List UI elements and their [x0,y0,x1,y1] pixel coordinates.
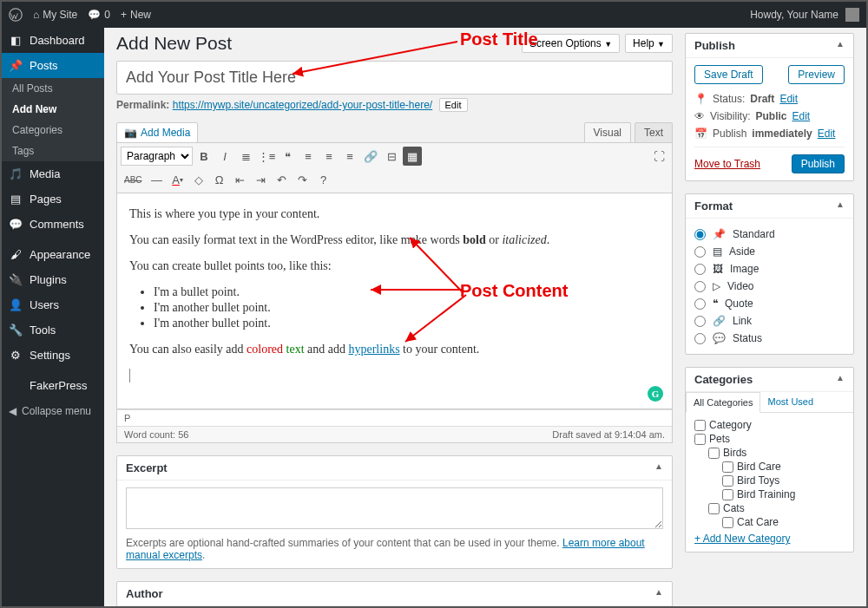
menu-tools[interactable]: 🔧Tools [2,317,104,343]
indent-icon[interactable]: ⇥ [252,170,271,189]
edit-schedule[interactable]: Edit [818,127,836,140]
excerpt-toggle[interactable]: Excerpt▲ [117,456,672,481]
visual-tab[interactable]: Visual [584,122,631,143]
aside-icon: ▤ [713,245,722,258]
specialchar-icon[interactable]: Ω [210,170,229,189]
content-editor[interactable]: This is where you type in your content. … [116,193,673,409]
text-tab[interactable]: Text [635,122,673,143]
grammarly-icon[interactable]: G [648,386,663,402]
redo-icon[interactable]: ↷ [293,170,312,189]
comment-icon: 💬 [9,218,23,231]
menu-media[interactable]: 🎵Media [2,161,104,186]
align-center-icon[interactable]: ≡ [319,147,339,166]
comment-icon: 💬 [88,9,101,21]
category-item[interactable]: Bird Training [722,487,845,501]
bullet3: I'm another bullet point. [154,317,660,330]
publish-heading[interactable]: Publish▲ [686,34,853,58]
menu-dashboard[interactable]: ◧Dashboard [2,28,104,53]
bold-icon[interactable]: B [194,147,214,166]
excerpt-input[interactable] [126,487,663,529]
permalink-edit-button[interactable]: Edit [439,98,468,112]
trash-link[interactable]: Move to Trash [694,158,760,170]
chevron-up-icon: ▲ [836,39,845,52]
submenu-tags[interactable]: Tags [2,141,104,161]
align-right-icon[interactable]: ≡ [340,147,359,166]
category-item[interactable]: Bird Toys [722,474,845,487]
new-link[interactable]: +New [121,9,151,21]
menu-settings[interactable]: ⚙Settings [2,343,104,368]
cat-tab-most[interactable]: Most Used [760,392,820,412]
site-link[interactable]: ⌂My Site [33,9,77,21]
more-icon[interactable]: ⊟ [382,147,401,166]
key-icon: 📍 [694,93,707,105]
category-item[interactable]: Cat Care [722,515,845,529]
format-link[interactable] [694,316,706,327]
undo-icon[interactable]: ↶ [273,170,292,189]
menu-comments[interactable]: 💬Comments [2,212,104,237]
bullet1: I'm a bullet point. [154,285,660,299]
category-item[interactable]: Birds [708,446,845,460]
help-icon[interactable]: ? [314,170,333,189]
format-heading[interactable]: Format▲ [686,194,853,219]
permalink-url[interactable]: https://mywp.site/uncategorized/add-your… [173,99,432,111]
publish-button[interactable]: Publish [792,154,845,173]
category-item[interactable]: Pets [694,432,845,446]
screen-options-button[interactable]: Screen Options ▼ [522,34,620,53]
menu-pages[interactable]: ▤Pages [2,186,104,212]
clear-icon[interactable]: ◇ [189,170,208,189]
preview-button[interactable]: Preview [788,65,845,84]
comments-link[interactable]: 💬0 [88,9,110,21]
menu-plugins[interactable]: 🔌Plugins [2,267,104,292]
fullscreen-icon[interactable]: ⛶ [649,147,668,166]
format-standard[interactable] [694,229,706,240]
wp-logo-icon[interactable] [9,8,23,22]
hr-icon[interactable]: — [148,170,167,189]
brush-icon: 🖌 [9,248,23,261]
cat-tab-all[interactable]: All Categories [686,392,760,413]
submenu-add-new[interactable]: Add New [2,99,104,120]
add-category-link[interactable]: + Add New Category [694,533,790,545]
add-media-button[interactable]: 📷Add Media [116,122,198,143]
outdent-icon[interactable]: ⇤ [231,170,250,189]
line2: You can easily format text in the WordPr… [129,233,660,247]
align-left-icon[interactable]: ≡ [299,147,318,166]
link-icon[interactable]: 🔗 [361,147,380,166]
edit-visibility[interactable]: Edit [792,110,810,122]
italic-icon[interactable]: I [215,147,234,166]
edit-status[interactable]: Edit [779,93,798,105]
post-title-input[interactable] [116,61,673,95]
bullet-list-icon[interactable]: ≣ [236,147,255,166]
media-icon: 🎵 [9,167,23,180]
format-status[interactable] [694,333,706,344]
category-item[interactable]: Cats [708,501,845,515]
plugin-icon: 🔌 [9,273,23,286]
menu-users[interactable]: 👤Users [2,292,104,317]
number-list-icon[interactable]: ⋮≡ [257,147,276,166]
menu-posts[interactable]: 📌Posts [2,53,104,78]
format-video[interactable] [694,281,706,292]
category-item[interactable]: Bird Care [722,460,845,474]
format-quote[interactable] [694,298,706,310]
format-dropdown[interactable]: Paragraph [121,147,193,166]
menu-fakerpress[interactable]: FakerPress [2,373,104,398]
category-item[interactable]: Category [694,418,845,432]
pin-icon: 📌 [9,59,23,72]
toolbar-toggle-icon[interactable]: ▦ [403,147,422,166]
status-icon: 💬 [713,332,726,344]
submenu-categories[interactable]: Categories [2,120,104,141]
collapse-menu[interactable]: ◀Collapse menu [2,398,104,424]
textcolor-icon[interactable]: A▾ [168,170,187,189]
format-aside[interactable] [694,246,706,258]
author-toggle[interactable]: Author▲ [117,582,672,606]
submenu-all-posts[interactable]: All Posts [2,78,104,99]
howdy[interactable]: Howdy, Your Name [750,9,838,21]
help-button[interactable]: Help ▼ [625,34,673,53]
menu-appearance[interactable]: 🖌Appearance [2,242,104,267]
avatar[interactable] [845,8,859,22]
quote-icon[interactable]: ❝ [278,147,297,166]
categories-heading[interactable]: Categories▲ [686,368,853,392]
format-image[interactable] [694,264,706,275]
strike-icon[interactable]: ABC [121,170,146,189]
chevron-down-icon: ▼ [604,40,612,49]
save-draft-button[interactable]: Save Draft [694,65,763,84]
